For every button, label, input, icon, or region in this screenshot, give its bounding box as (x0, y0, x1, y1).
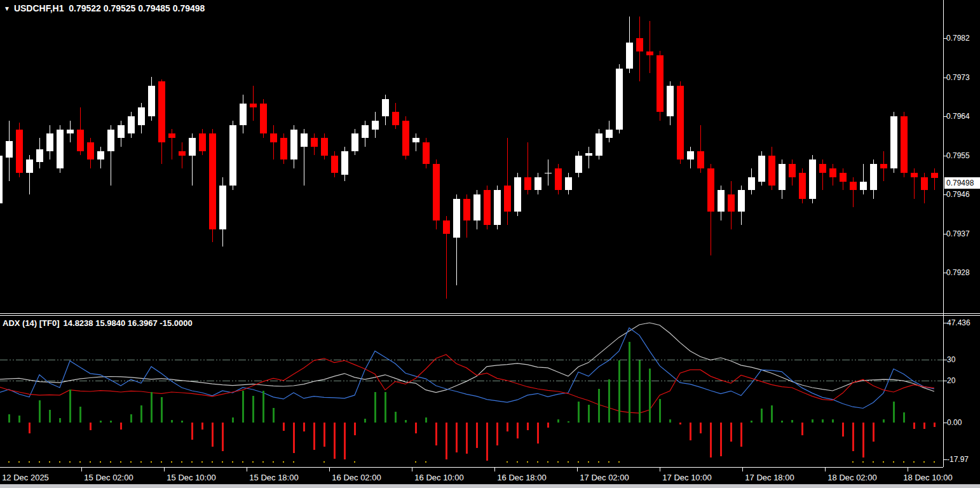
indicator-line--DI (0, 355, 934, 413)
indicator-histogram-bar (700, 423, 702, 433)
indicator-histogram-bar (486, 423, 488, 461)
indicator-histogram-bar (852, 423, 854, 451)
indicator-histogram-bar (883, 419, 885, 423)
indicator-histogram-bar (873, 423, 875, 442)
candle-body (667, 86, 674, 116)
candle-body (402, 121, 409, 156)
candle-body (280, 138, 287, 159)
indicator-histogram-bar (456, 423, 458, 452)
indicator-histogram-bar (293, 423, 295, 453)
indicator-histogram-bar (913, 423, 915, 429)
signal-dot (39, 461, 40, 463)
candle-body (768, 156, 775, 186)
signal-dot (923, 461, 925, 463)
candle-body (595, 133, 602, 155)
signal-dot (130, 461, 132, 463)
indicator-histogram-bar (151, 392, 153, 423)
candle-body (321, 138, 328, 155)
signal-dot (893, 461, 894, 463)
indicator-axis-label: 30 (947, 356, 955, 363)
time-axis-label: 16 Dec 02:00 (332, 473, 381, 482)
indicator-histogram-bar (385, 392, 386, 423)
candle-body (372, 121, 379, 130)
current-price-value: 0.79498 (946, 179, 974, 187)
candle-body (138, 107, 145, 125)
symbol-header: ▼USDCHF,H1 0.79522 0.79525 0.79485 0.794… (4, 3, 205, 13)
indicator-histogram-bar (649, 369, 651, 423)
candle-body (107, 130, 114, 151)
signal-dot (547, 461, 548, 463)
window-bottom-edge (0, 484, 980, 488)
candle-body (219, 186, 226, 229)
chart-canvas[interactable] (0, 0, 980, 488)
candle-body (250, 104, 257, 108)
candle-body (362, 125, 369, 139)
candle-body (473, 194, 480, 220)
candle-body (179, 151, 186, 156)
current-price-marker: 0.79498 (944, 177, 980, 189)
indicator-histogram-bar (608, 379, 610, 423)
candle-body (301, 133, 308, 147)
candle-body (67, 130, 74, 134)
signal-dot (354, 461, 355, 463)
indicator-histogram-bar (517, 423, 519, 438)
signal-dot (222, 461, 223, 463)
signal-dot (608, 461, 609, 463)
candle-body (626, 43, 633, 69)
candle-body (260, 104, 267, 134)
signal-dot (252, 461, 254, 463)
time-axis-label: 17 Dec 18:00 (745, 473, 794, 482)
indicator-histogram-bar (923, 423, 925, 429)
signal-dot (273, 461, 274, 463)
signal-dot (913, 461, 915, 463)
price-axis-label: 0.7982 (946, 34, 970, 42)
indicator-histogram-bar (59, 418, 61, 423)
signal-dot (323, 461, 325, 463)
indicator-histogram-bar (395, 412, 397, 423)
indicator-histogram-bar (466, 423, 468, 454)
candle-body (443, 220, 450, 234)
signal-dot (537, 461, 538, 463)
indicator-histogram-bar (171, 420, 173, 423)
time-axis-label: 15 Dec 10:00 (167, 473, 215, 482)
candle-body (199, 133, 206, 151)
signal-dot (283, 461, 284, 463)
candle-body (77, 130, 84, 151)
signal-dot (527, 461, 528, 463)
candle-body (463, 199, 470, 220)
signal-dot (883, 461, 884, 463)
candle-body (26, 159, 33, 172)
indicator-histogram-bar (273, 408, 275, 423)
price-axis-label: 0.7928 (946, 269, 970, 276)
mt4-chart-window: ▼USDCHF,H1 0.79522 0.79525 0.79485 0.794… (0, 0, 980, 488)
time-axis-label: 17 Dec 02:00 (580, 473, 629, 482)
candle-body (16, 130, 23, 173)
signal-dot (517, 461, 518, 463)
candle-body (850, 182, 857, 191)
signal-dot (618, 461, 620, 463)
indicator-histogram-bar (527, 423, 529, 430)
indicator-histogram-bar (639, 360, 641, 423)
indicator-histogram-bar (323, 423, 325, 447)
signal-dot (598, 461, 599, 463)
candle-body (128, 116, 135, 133)
candle-body (636, 38, 643, 51)
signal-dot (507, 461, 508, 463)
candle-body (524, 177, 531, 191)
candle-body (290, 130, 297, 160)
candle-body (57, 130, 64, 169)
candle-body (707, 168, 714, 212)
signal-dot (79, 461, 81, 463)
indicator-histogram-bar (18, 416, 20, 423)
candle-body (0, 156, 3, 203)
candle-body (433, 164, 440, 220)
candle-body (412, 138, 419, 142)
indicator-histogram-bar (578, 402, 580, 423)
indicator-histogram-bar (751, 421, 752, 423)
indicator-histogram-bar (934, 423, 936, 427)
candle-body (189, 138, 196, 155)
candle-body (148, 86, 155, 116)
indicator-histogram-bar (39, 400, 41, 423)
indicator-histogram-bar (405, 420, 407, 423)
indicator-histogram-bar (761, 409, 763, 423)
